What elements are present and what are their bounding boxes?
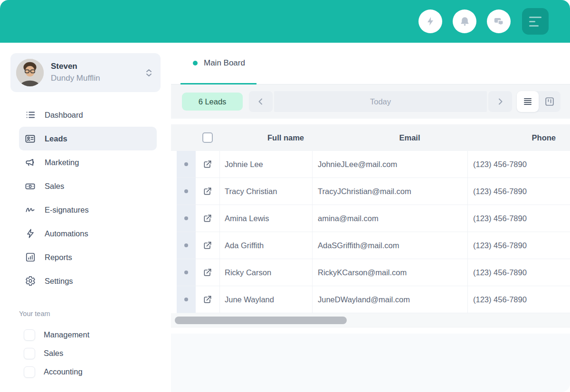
contact-card-icon xyxy=(25,133,36,144)
sidebar-item-automations[interactable]: Automations xyxy=(0,222,171,245)
table-row: Johnie Lee JohnieJLee@mail.com (123) 456… xyxy=(177,151,570,178)
chevron-up-down-icon xyxy=(146,69,152,77)
sidebar-item-dashboard[interactable]: Dashboard xyxy=(0,103,171,127)
select-all-checkbox[interactable] xyxy=(202,132,213,143)
row-gutter xyxy=(177,178,196,205)
lead-full-name: June Wayland xyxy=(219,286,312,313)
sales-checkbox[interactable] xyxy=(24,348,35,359)
board-toolbar: 6 Leads Today xyxy=(171,84,570,119)
profile-card[interactable]: Steven Dundy Mufflin xyxy=(10,53,161,92)
lead-full-name: Tracy Christian xyxy=(219,178,312,205)
sidebar-item-label: Leads xyxy=(45,134,67,143)
lead-email: RickyKCarson@mail.com xyxy=(312,259,467,286)
row-status-dot-icon xyxy=(184,189,188,193)
app-window: Steven Dundy Mufflin Dashboard xyxy=(0,0,570,392)
sidebar-item-leads[interactable]: Leads xyxy=(19,127,157,150)
table-row: Ada Griffith AdaSGriffith@mail.com (123)… xyxy=(177,232,570,259)
kanban-view-button[interactable] xyxy=(539,91,560,112)
notifications-button[interactable] xyxy=(453,9,476,33)
lead-phone: (123) 456-7890 xyxy=(467,205,570,232)
gear-icon xyxy=(25,276,36,287)
row-gutter xyxy=(177,205,196,232)
column-header-full-name: Full name xyxy=(219,133,312,142)
sidebar-item-label: E-signatures xyxy=(45,205,89,215)
sidebar-item-settings[interactable]: Settings xyxy=(0,269,171,293)
table-row: Ricky Carson RickyKCarson@mail.com (123)… xyxy=(177,259,570,286)
external-link-icon xyxy=(203,159,212,169)
lead-email: AdaSGriffith@mail.com xyxy=(312,232,467,259)
today-label: Today xyxy=(370,97,391,106)
team-option-accounting: Accounting xyxy=(0,363,171,381)
banknote-icon xyxy=(25,181,36,192)
open-lead-button[interactable] xyxy=(196,151,219,177)
lead-phone: (123) 456-7890 xyxy=(467,151,570,177)
tab-label: Main Board xyxy=(204,58,245,68)
sidebar-nav: Dashboard Leads Marketing xyxy=(0,103,171,293)
accounting-checkbox[interactable] xyxy=(24,366,35,378)
sidebar-item-label: Automations xyxy=(45,229,88,238)
tab-main-board[interactable]: Main Board xyxy=(180,43,256,84)
lead-email: TracyJChristian@mail.com xyxy=(312,178,467,205)
chevron-left-icon xyxy=(256,97,265,106)
row-status-dot-icon xyxy=(184,162,188,166)
sidebar-item-reports[interactable]: Reports xyxy=(0,245,171,269)
main-menu-button[interactable] xyxy=(522,8,549,35)
signature-icon xyxy=(25,205,36,215)
lead-full-name: Ricky Carson xyxy=(219,259,312,286)
row-status-dot-icon xyxy=(184,216,188,220)
external-link-icon xyxy=(203,187,212,196)
view-toggle xyxy=(517,91,560,112)
list-view-button[interactable] xyxy=(517,91,539,112)
sidebar-item-sales[interactable]: Sales xyxy=(0,174,171,198)
topbar xyxy=(0,0,570,43)
sidebar-item-label: Settings xyxy=(45,277,73,286)
open-lead-button[interactable] xyxy=(196,259,219,286)
sidebar-item-marketing[interactable]: Marketing xyxy=(0,150,171,174)
column-header-email: Email xyxy=(312,133,467,142)
lightning-icon xyxy=(425,16,436,27)
external-link-icon xyxy=(203,214,212,223)
row-gutter xyxy=(177,232,196,259)
messages-button[interactable] xyxy=(487,9,511,33)
external-link-icon xyxy=(203,268,212,277)
lead-phone: (123) 456-7890 xyxy=(467,286,570,313)
list-view-icon xyxy=(523,97,532,106)
row-gutter xyxy=(177,286,196,313)
external-link-icon xyxy=(203,241,212,250)
table-row: Amina Lewis amina@mail.com (123) 456-789… xyxy=(177,205,570,232)
team-option-label: Sales xyxy=(44,349,63,358)
leads-table-header: Full name Email Phone xyxy=(171,124,570,151)
sidebar-item-e-signatures[interactable]: E-signatures xyxy=(0,198,171,222)
today-selector[interactable]: Today xyxy=(274,91,487,112)
external-link-icon xyxy=(203,295,212,304)
profile-first-name: Steven xyxy=(51,61,100,73)
sidebar-item-label: Marketing xyxy=(45,158,79,167)
management-checkbox[interactable] xyxy=(24,329,35,341)
kanban-view-icon xyxy=(544,96,555,107)
profile-last-name: Dundy Mufflin xyxy=(51,73,100,84)
lead-full-name: Johnie Lee xyxy=(219,151,312,177)
open-lead-button[interactable] xyxy=(196,205,219,232)
row-status-dot-icon xyxy=(184,271,188,274)
divider xyxy=(171,327,570,334)
row-status-dot-icon xyxy=(184,298,188,301)
lead-phone: (123) 456-7890 xyxy=(467,259,570,286)
team-option-sales: Sales xyxy=(0,344,171,363)
scrollbar-thumb[interactable] xyxy=(175,317,347,324)
leads-rows: Johnie Lee JohnieJLee@mail.com (123) 456… xyxy=(171,151,570,313)
previous-period-button[interactable] xyxy=(249,91,273,112)
row-gutter xyxy=(177,151,196,177)
bar-chart-icon xyxy=(25,252,36,263)
open-lead-button[interactable] xyxy=(196,178,219,205)
lead-email: JuneDWayland@mail.com xyxy=(312,286,467,313)
sidebar-item-label: Dashboard xyxy=(45,111,83,120)
sidebar: Steven Dundy Mufflin Dashboard xyxy=(0,43,171,392)
main-panel: Main Board 6 Leads Today xyxy=(171,43,570,392)
lead-full-name: Ada Griffith xyxy=(219,232,312,259)
quick-actions-button[interactable] xyxy=(418,9,442,33)
open-lead-button[interactable] xyxy=(196,232,219,259)
open-lead-button[interactable] xyxy=(196,286,219,313)
lead-phone: (123) 456-7890 xyxy=(467,232,570,259)
next-period-button[interactable] xyxy=(488,91,512,112)
bell-icon xyxy=(459,16,471,28)
